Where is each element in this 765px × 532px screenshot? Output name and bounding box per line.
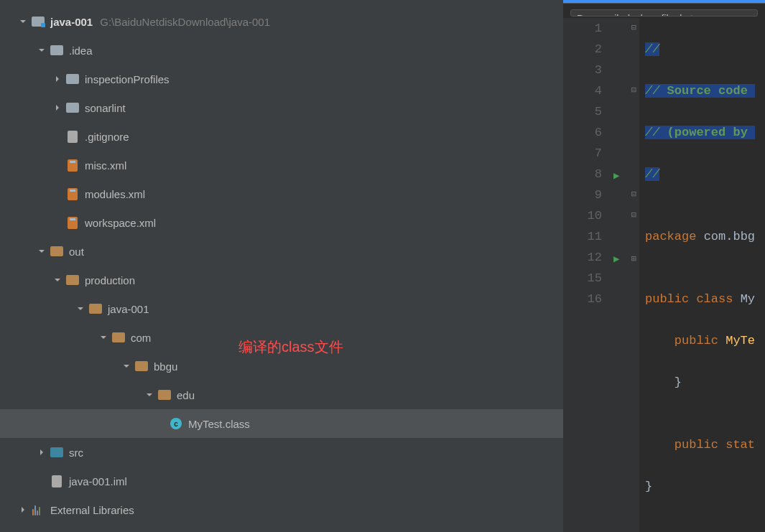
code-line: //	[645, 167, 659, 181]
tree-item-label: External Libraries	[50, 504, 134, 516]
folder-icon	[50, 44, 63, 57]
chevron-down-icon[interactable]	[19, 17, 27, 26]
code-line: public	[645, 438, 725, 452]
tree-item-label: misc.xml	[85, 159, 126, 172]
tree-item-label: bbgu	[154, 360, 177, 373]
project-folder-icon	[32, 15, 45, 28]
chevron-right-icon[interactable]	[53, 103, 62, 112]
tree-item-gitignore[interactable]: .gitignore	[0, 122, 563, 151]
gutter-markers[interactable]: ⊟ ⊟ ▶ ⊟ ⊟ ▶ ⊞	[609, 18, 639, 532]
code-area[interactable]: 12 34 56 78 910 1112 1516 ⊟ ⊟ ▶ ⊟ ⊟ ▶ ⊞ …	[563, 18, 765, 532]
editor-tab-strip[interactable]	[563, 0, 765, 4]
fold-icon[interactable]: ⊟	[631, 18, 636, 39]
chevron-right-icon[interactable]	[19, 505, 27, 514]
tree-item-com[interactable]: com	[0, 323, 563, 352]
fold-icon[interactable]: ⊞	[631, 249, 636, 270]
code-line: public	[645, 334, 725, 347]
folder-icon	[66, 101, 79, 114]
folder-icon	[158, 388, 171, 401]
tree-item-bbgu[interactable]: bbgu	[0, 352, 563, 381]
chevron-down-icon[interactable]	[122, 362, 131, 370]
tree-item-label: modules.xml	[85, 188, 145, 200]
xml-file-icon	[66, 187, 79, 200]
tree-item-label: workspace.xml	[85, 217, 156, 229]
tree-item-label: com	[131, 332, 151, 344]
file-icon	[66, 130, 79, 143]
decompiled-banner: Decompiled .class file, bytec	[570, 9, 758, 17]
source-folder-icon	[50, 446, 63, 459]
tree-item-out[interactable]: out	[0, 237, 563, 266]
tree-item-mytest-class[interactable]: c MyTest.class	[0, 409, 563, 438]
class-file-icon: c	[170, 417, 182, 430]
tree-item-src[interactable]: src	[0, 438, 563, 467]
tree-item-inspectionprofiles[interactable]: inspectionProfiles	[0, 65, 563, 93]
chevron-right-icon[interactable]	[53, 75, 62, 83]
editor-panel: Decompiled .class file, bytec 12 34 56 7…	[563, 0, 765, 532]
chevron-down-icon[interactable]	[145, 391, 154, 399]
xml-file-icon	[66, 159, 79, 172]
tree-item-edu[interactable]: edu	[0, 381, 563, 409]
ide-window: java-001 G:\BaiduNetdiskDownload\java-00…	[0, 0, 765, 532]
chevron-right-icon[interactable]	[37, 448, 46, 457]
libraries-icon	[32, 503, 45, 516]
tree-item-label: .idea	[69, 45, 93, 57]
run-gutter-icon[interactable]: ▶	[613, 166, 619, 187]
folder-icon	[50, 245, 63, 258]
xml-file-icon	[66, 216, 79, 229]
tree-item-label: .gitignore	[85, 131, 129, 143]
gutter-line-numbers: 12 34 56 78 910 1112 1516	[563, 18, 609, 532]
tree-item-label: out	[69, 246, 84, 258]
folder-icon	[66, 73, 79, 85]
chevron-down-icon[interactable]	[53, 276, 62, 284]
chevron-down-icon[interactable]	[37, 247, 46, 256]
fold-icon[interactable]: ⊟	[631, 205, 636, 226]
project-tree-panel[interactable]: java-001 G:\BaiduNetdiskDownload\java-00…	[0, 0, 563, 532]
tree-item-label: MyTest.class	[188, 418, 250, 430]
fold-icon[interactable]: ⊟	[631, 80, 636, 101]
tree-item-iml[interactable]: java-001.iml	[0, 467, 563, 495]
code-line: }	[645, 372, 765, 393]
tree-item-out-java001[interactable]: java-001	[0, 294, 563, 323]
project-path: G:\BaiduNetdiskDownload\java-001	[100, 16, 270, 28]
tree-item-label: edu	[177, 389, 195, 401]
tree-item-label: java-001.iml	[69, 475, 127, 487]
tree-item-misc-xml[interactable]: misc.xml	[0, 151, 563, 179]
code-line: //	[645, 126, 667, 139]
tree-item-external-libraries[interactable]: External Libraries	[0, 495, 563, 524]
tree-item-label: sonarlint	[85, 102, 126, 114]
tree-item-label: src	[69, 447, 83, 459]
tree-item-label: production	[85, 274, 135, 286]
folder-icon	[112, 331, 125, 344]
code-line: //	[645, 84, 667, 98]
code-line: }	[645, 476, 765, 497]
run-gutter-icon[interactable]: ▶	[613, 249, 619, 270]
folder-icon	[66, 274, 79, 286]
tree-item-label: inspectionProfiles	[85, 73, 170, 85]
fold-icon[interactable]: ⊟	[631, 185, 636, 205]
folder-icon	[135, 360, 148, 373]
chevron-down-icon[interactable]	[37, 46, 46, 55]
code-line: package	[645, 230, 704, 243]
tree-item-production[interactable]: production	[0, 266, 563, 294]
tree-item-sonarlint[interactable]: sonarlint	[0, 93, 563, 122]
tree-item-modules-xml[interactable]: modules.xml	[0, 179, 563, 208]
iml-file-icon	[50, 475, 63, 487]
tree-item-idea[interactable]: .idea	[0, 36, 563, 65]
chevron-down-icon[interactable]	[76, 304, 85, 313]
folder-icon	[89, 302, 102, 315]
code-lines[interactable]: // // Source code // (powered by // pack…	[639, 18, 765, 532]
tree-project-root[interactable]: java-001 G:\BaiduNetdiskDownload\java-00…	[0, 7, 563, 36]
tree-item-workspace-xml[interactable]: workspace.xml	[0, 208, 563, 237]
project-name: java-001	[50, 16, 93, 28]
chevron-down-icon[interactable]	[99, 333, 108, 342]
code-line: //	[645, 42, 659, 56]
tree-item-label: java-001	[108, 303, 149, 315]
code-line: public class	[645, 292, 741, 306]
